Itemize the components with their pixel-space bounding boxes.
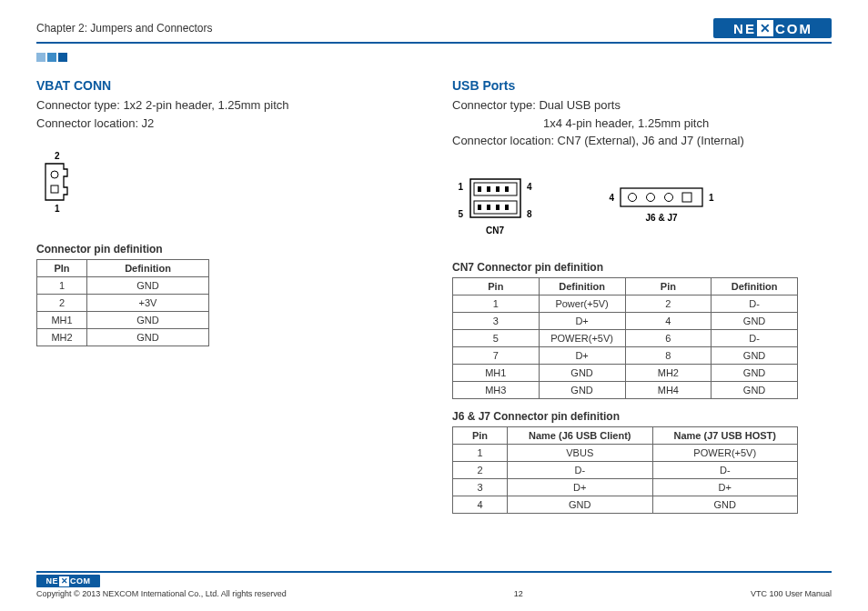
footer-brand-logo: NE ✕ COM: [36, 575, 100, 587]
svg-point-21: [629, 193, 637, 201]
table-row: 1GND: [37, 277, 209, 295]
page-footer: NE ✕ COM Copyright © 2013 NEXCOM Interna…: [36, 571, 832, 598]
usb-diagrams: 1 4 5 8 CN7 4 1 J6 & J7: [452, 168, 832, 250]
table-row: 3D+D+: [453, 478, 798, 496]
right-column: USB Ports Connector type: Dual USB ports…: [452, 78, 832, 514]
table-row: MH1GND: [37, 312, 209, 329]
table-row: 1Power(+5V)2D-: [453, 295, 798, 312]
table-row: MH2GND: [37, 329, 209, 346]
chapter-title: Chapter 2: Jumpers and Connectors: [36, 22, 212, 35]
svg-rect-10: [487, 186, 490, 192]
page-number: 12: [514, 589, 523, 598]
doc-name: VTC 100 User Manual: [751, 589, 832, 598]
header-bar: Chapter 2: Jumpers and Connectors NE ✕ C…: [36, 18, 832, 38]
j2-pin1-label: 1: [55, 204, 60, 214]
table-row: 5POWER(+5V)6D-: [453, 329, 798, 346]
table-row: MH3GNDMH4GND: [453, 381, 798, 398]
table-row: 1VBUSPOWER(+5V): [453, 444, 798, 461]
usb-conn-type1: Connector type: Dual USB ports: [452, 96, 832, 115]
vbat-title: VBAT CONN: [36, 78, 416, 93]
svg-text:4: 4: [527, 182, 532, 192]
svg-text:CN7: CN7: [486, 225, 504, 235]
j6j7-connector-icon: 4 1 J6 & J7: [598, 168, 743, 250]
svg-rect-9: [478, 186, 481, 192]
j6j7-table-caption: J6 & J7 Connector pin definition: [452, 410, 832, 423]
svg-rect-11: [496, 186, 500, 192]
table-row: 3D+4GND: [453, 312, 798, 329]
copyright-text: Copyright © 2013 NEXCOM International Co…: [36, 589, 287, 598]
svg-rect-13: [478, 205, 481, 210]
j6j7-pin-table: PinName (J6 USB Client)Name (J7 USB HOST…: [452, 426, 798, 514]
vbat-table-caption: Connector pin definition: [36, 243, 416, 255]
svg-point-23: [665, 193, 673, 201]
svg-rect-12: [505, 186, 509, 192]
vbat-conn-loc: Connector location: J2: [36, 115, 416, 133]
vbat-conn-type: Connector type: 1x2 2-pin header, 1.25mm…: [36, 96, 416, 115]
usb-conn-type2: 1x4 4-pin header, 1.25mm pitch: [452, 115, 832, 133]
vbat-diagram: 2 1: [36, 150, 416, 232]
svg-text:5: 5: [458, 209, 463, 219]
table-row: 7D+8GND: [453, 346, 798, 364]
left-column: VBAT CONN Connector type: 1x2 2-pin head…: [36, 78, 416, 514]
decorative-squares: [36, 53, 832, 62]
svg-text:1: 1: [709, 193, 714, 203]
table-row: 2D-D-: [453, 461, 798, 478]
svg-text:1: 1: [458, 182, 463, 192]
svg-text:J6 & J7: J6 & J7: [645, 213, 677, 223]
svg-point-0: [51, 171, 58, 178]
svg-text:8: 8: [527, 209, 532, 219]
brand-logo: NE ✕ COM: [713, 18, 832, 38]
usb-title: USB Ports: [452, 78, 832, 93]
svg-rect-1: [51, 185, 58, 193]
svg-rect-15: [496, 205, 500, 210]
j2-pin2-label: 2: [55, 151, 60, 161]
svg-text:4: 4: [609, 193, 614, 203]
header-rule: [36, 42, 832, 44]
usb-conn-loc: Connector location: CN7 (External), J6 a…: [452, 132, 832, 150]
vbat-pin-table: PInDefinition 1GND 2+3V MH1GND MH2GND: [36, 259, 209, 346]
cn7-connector-icon: 1 4 5 8 CN7: [452, 168, 561, 250]
svg-rect-14: [487, 205, 490, 210]
cn7-table-caption: CN7 Connector pin definition: [452, 261, 832, 274]
svg-rect-16: [505, 205, 509, 210]
table-row: 2+3V: [37, 295, 209, 312]
content-columns: VBAT CONN Connector type: 1x2 2-pin head…: [36, 78, 832, 514]
svg-point-22: [647, 193, 655, 201]
cn7-pin-table: PinDefinitionPinDefinition 1Power(+5V)2D…: [452, 277, 798, 399]
svg-rect-24: [682, 193, 691, 202]
table-row: MH1GNDMH2GND: [453, 364, 798, 381]
j2-connector-icon: 2 1: [36, 150, 91, 232]
table-row: 4GNDGND: [453, 496, 798, 513]
